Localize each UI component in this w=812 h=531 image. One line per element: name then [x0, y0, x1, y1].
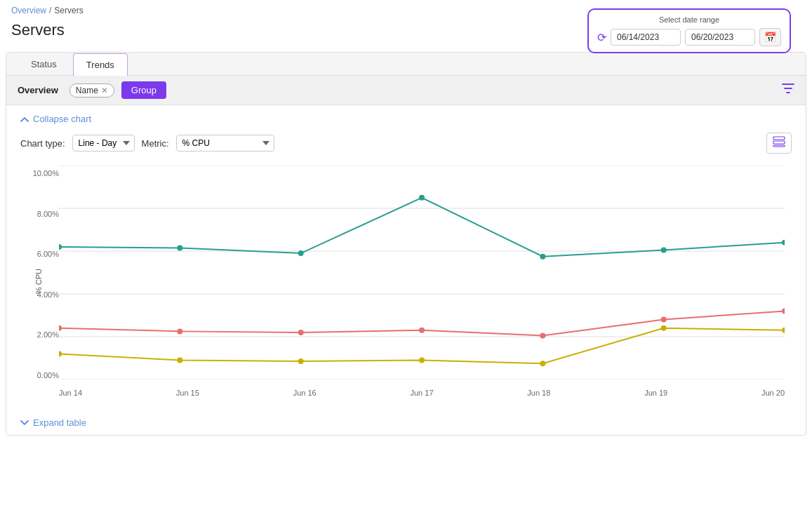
group-button[interactable]: Group [121, 81, 166, 99]
chart-section: Collapse chart Chart type: Line - Day Me… [6, 105, 806, 413]
x-label-jun18: Jun 18 [527, 389, 550, 397]
chart-type-select[interactable]: Line - Day [72, 135, 135, 152]
svg-rect-0 [773, 137, 785, 140]
svg-point-22 [782, 308, 785, 314]
svg-point-21 [661, 317, 667, 323]
svg-point-11 [298, 250, 304, 256]
tab-trends[interactable]: Trends [73, 53, 128, 76]
toolbar-overview-label: Overview [18, 85, 58, 95]
svg-point-12 [419, 195, 425, 201]
expand-table-button[interactable]: Expand table [6, 413, 100, 435]
x-label-jun19: Jun 19 [644, 389, 667, 397]
chart-container: % CPU 10.00% 8.00% 6.00% 4.00% 2.00% 0.0… [20, 162, 792, 401]
svg-point-13 [540, 254, 545, 260]
calendar-button[interactable]: 📅 [759, 28, 781, 46]
x-label-jun20: Jun 20 [761, 389, 785, 397]
chevron-down-icon [20, 420, 29, 426]
breadcrumb-current: Servers [54, 6, 83, 15]
filter-icon [782, 82, 794, 95]
y-label-8: 8.00% [37, 210, 59, 218]
svg-point-25 [298, 358, 304, 364]
metric-select[interactable]: % CPU [176, 135, 274, 152]
svg-point-27 [540, 361, 545, 366]
tabs-bar: Status Trends [6, 53, 806, 76]
name-chip-label: Name [76, 86, 98, 95]
legend-icon [773, 136, 785, 147]
y-axis-labels: 10.00% 8.00% 6.00% 4.00% 2.00% 0.00% [27, 169, 59, 379]
date-range-panel: Select date range ⟳ 📅 [587, 8, 791, 53]
chart-type-label: Chart type: [20, 138, 65, 149]
x-label-jun16: Jun 16 [293, 389, 317, 397]
y-label-0: 0.00% [37, 371, 59, 379]
name-chip[interactable]: Name ✕ [69, 83, 114, 98]
date-range-inputs: ⟳ 📅 [597, 28, 781, 46]
toolbar: Overview Name ✕ Group [6, 76, 806, 105]
line-chart-svg [59, 166, 785, 379]
svg-point-10 [177, 245, 182, 250]
name-chip-close-icon[interactable]: ✕ [101, 86, 108, 95]
y-label-4: 4.00% [37, 290, 59, 299]
svg-point-17 [177, 328, 182, 334]
end-date-input[interactable] [685, 29, 755, 46]
y-label-6: 6.00% [37, 250, 59, 258]
x-axis-labels: Jun 14 Jun 15 Jun 16 Jun 17 Jun 18 Jun 1… [59, 389, 785, 397]
svg-point-26 [419, 358, 425, 363]
svg-point-28 [661, 325, 667, 331]
svg-point-9 [59, 244, 62, 250]
svg-point-24 [177, 358, 182, 363]
x-label-jun15: Jun 15 [176, 389, 199, 397]
refresh-icon[interactable]: ⟳ [597, 31, 606, 44]
x-label-jun17: Jun 17 [410, 389, 433, 397]
svg-point-23 [59, 351, 62, 356]
svg-point-29 [782, 328, 785, 333]
date-range-label: Select date range [597, 15, 781, 24]
svg-point-16 [59, 325, 62, 331]
svg-point-20 [540, 332, 545, 338]
svg-point-14 [661, 247, 667, 253]
breadcrumb-separator: / [49, 6, 51, 15]
x-label-jun14: Jun 14 [59, 389, 82, 397]
filter-icon-button[interactable] [782, 82, 794, 98]
svg-point-18 [298, 330, 304, 335]
main-container: Overview / Servers Select date range ⟳ 📅… [0, 0, 812, 531]
svg-rect-2 [773, 145, 785, 147]
main-content: Status Trends Overview Name ✕ Group [6, 52, 806, 436]
svg-rect-1 [773, 141, 785, 144]
chart-controls: Chart type: Line - Day Metric: % CPU [20, 133, 792, 154]
svg-point-19 [419, 328, 425, 333]
y-label-2: 2.00% [37, 330, 59, 339]
collapse-chart-button[interactable]: Collapse chart [20, 114, 91, 124]
svg-point-15 [782, 240, 785, 246]
metric-label: Metric: [142, 138, 169, 149]
tab-status[interactable]: Status [18, 53, 70, 75]
chevron-up-icon [20, 116, 29, 122]
breadcrumb-overview-link[interactable]: Overview [11, 6, 46, 15]
start-date-input[interactable] [611, 29, 681, 46]
legend-toggle-button[interactable] [766, 133, 792, 154]
y-label-10: 10.00% [33, 169, 59, 177]
